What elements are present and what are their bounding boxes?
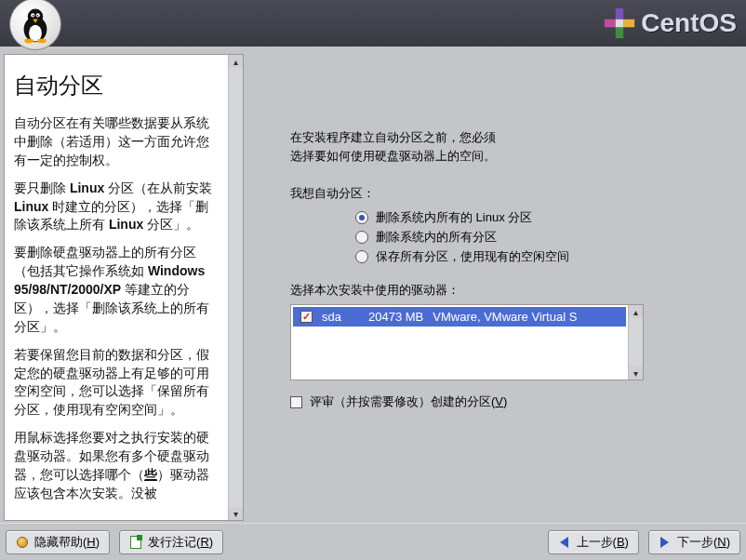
arrow-right-icon — [659, 536, 672, 549]
drive-scrollbar[interactable]: ▴ ▾ — [628, 305, 643, 380]
review-checkbox-row[interactable]: 评审（并按需要修改）创建的分区(V) — [290, 393, 714, 410]
drive-size: 20473 MB — [368, 310, 423, 324]
notes-icon — [129, 536, 142, 549]
intro-text: 在安装程序建立自动分区之前，您必须 选择要如何使用硬盘驱动器上的空间。 — [290, 128, 714, 165]
help-title: 自动分区 — [14, 70, 220, 101]
scroll-down-icon[interactable]: ▾ — [629, 367, 643, 380]
svg-point-5 — [33, 15, 34, 17]
main-panel: 在安装程序建立自动分区之前，您必须 选择要如何使用硬盘驱动器上的空间。 我想自动… — [253, 54, 742, 521]
radio-remove-linux[interactable]: 删除系统内所有的 Linux 分区 — [355, 209, 714, 226]
svg-point-6 — [37, 15, 39, 17]
svg-rect-12 — [616, 27, 624, 38]
svg-point-9 — [37, 38, 47, 43]
brand-area: CentOS — [604, 7, 737, 39]
drives-label: 选择本次安装中使用的驱动器： — [290, 282, 714, 299]
drive-checkbox[interactable] — [300, 311, 313, 323]
penguin-logo — [9, 0, 61, 50]
svg-rect-10 — [616, 8, 624, 20]
footer-bar: 隐藏帮助(H) 发行注记(R) 上一步(B) 下一步(N) — [0, 523, 746, 560]
next-button[interactable]: 下一步(N) — [648, 530, 740, 554]
help-panel: 自动分区 自动分区在有关哪些数据要从系统中删除（若适用）这一方面允许您有一定的控… — [4, 54, 244, 521]
btn-label: 发行注记(R) — [148, 534, 213, 551]
radio-icon[interactable] — [355, 250, 368, 263]
partition-question: 我想自动分区： — [290, 185, 714, 202]
scroll-up-icon[interactable]: ▴ — [629, 305, 643, 318]
hide-help-button[interactable]: 隐藏帮助(H) — [6, 530, 110, 554]
btn-label: 下一步(N) — [677, 534, 730, 551]
lightbulb-icon — [16, 536, 29, 549]
btn-label: 上一步(B) — [577, 534, 629, 551]
svg-rect-14 — [616, 20, 624, 28]
svg-rect-11 — [624, 20, 635, 28]
drive-desc: VMware, VMware Virtual S — [433, 310, 577, 324]
centos-symbol-icon — [604, 7, 635, 39]
scroll-down-icon[interactable]: ▾ — [229, 507, 243, 520]
drive-name: sda — [322, 310, 359, 324]
penguin-icon — [15, 4, 56, 45]
radio-icon[interactable] — [355, 231, 368, 244]
scroll-up-icon[interactable]: ▴ — [229, 55, 243, 68]
svg-point-8 — [24, 38, 33, 43]
btn-label: 隐藏帮助(H) — [34, 534, 100, 551]
radio-keep-all[interactable]: 保存所有分区，使用现有的空闲空间 — [355, 248, 714, 265]
help-p2: 要只删除 Linux 分区（在从前安装 Linux 时建立的分区），选择「删除该… — [14, 180, 220, 235]
radio-remove-all[interactable]: 删除系统内的所有分区 — [355, 229, 714, 246]
review-label: 评审（并按需要修改）创建的分区(V) — [310, 393, 507, 410]
help-text: 自动分区 自动分区在有关哪些数据要从系统中删除（若适用）这一方面允许您有一定的控… — [5, 55, 228, 520]
release-notes-button[interactable]: 发行注记(R) — [119, 530, 223, 554]
radio-label: 保存所有分区，使用现有的空闲空间 — [376, 248, 569, 265]
radio-icon[interactable] — [355, 211, 368, 224]
help-p3: 要删除硬盘驱动器上的所有分区（包括其它操作系统如 Windows 95/98/N… — [14, 244, 220, 336]
header-banner: CentOS — [0, 0, 746, 47]
back-button[interactable]: 上一步(B) — [548, 530, 639, 554]
review-checkbox[interactable] — [290, 396, 302, 408]
svg-rect-13 — [605, 20, 616, 28]
drive-list-box: sda 20473 MB VMware, VMware Virtual S ▴ … — [290, 304, 644, 380]
drive-row-sda[interactable]: sda 20473 MB VMware, VMware Virtual S — [293, 307, 626, 327]
help-p1: 自动分区在有关哪些数据要从系统中删除（若适用）这一方面允许您有一定的控制权。 — [14, 114, 220, 170]
brand-text: CentOS — [641, 8, 737, 38]
arrow-left-icon — [558, 536, 571, 549]
radio-label: 删除系统内所有的 Linux 分区 — [376, 209, 532, 226]
help-p5: 用鼠标选择您要对之执行安装的硬盘驱动器。如果您有多个硬盘驱动器，您可以选择哪个（… — [14, 429, 220, 503]
help-scrollbar[interactable]: ▴ ▾ — [228, 55, 243, 520]
help-p4: 若要保留您目前的数据和分区，假定您的硬盘驱动器上有足够的可用空闲空间，您可以选择… — [14, 346, 220, 420]
radio-label: 删除系统内的所有分区 — [376, 229, 497, 246]
